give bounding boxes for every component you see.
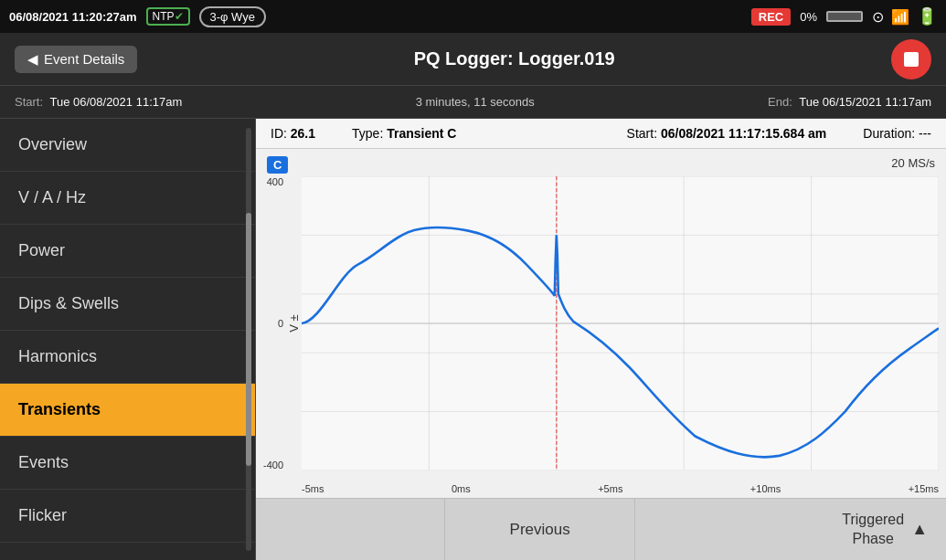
- content-area: ID: 26.1 Type: Transient C Start: 06/08/…: [256, 119, 946, 560]
- empty-left-btn[interactable]: [256, 499, 445, 560]
- channel-label: C: [267, 156, 288, 174]
- sidebar-item-power[interactable]: Power: [0, 225, 255, 278]
- stop-button[interactable]: [891, 39, 931, 79]
- triggered-label: Triggered: [842, 511, 904, 530]
- event-duration-value: ---: [919, 126, 931, 141]
- back-icon: ◀: [27, 51, 38, 68]
- event-id: ID: 26.1: [271, 126, 315, 141]
- status-ntp: NTP✔: [146, 7, 190, 26]
- triggered-arrow-icon: ▲: [911, 519, 928, 540]
- y-value-400: 400: [263, 176, 283, 187]
- battery-icon: 🔋: [917, 6, 937, 26]
- triggered-phase-button[interactable]: Triggered Phase ▲: [824, 499, 946, 560]
- status-phase[interactable]: 3-φ Wye: [199, 6, 267, 27]
- status-rec: REC: [751, 8, 791, 26]
- phase-label: Phase: [842, 530, 904, 549]
- y-axis-label: V ±: [287, 314, 301, 332]
- x-label-10ms: +10ms: [750, 483, 781, 494]
- start-date: Tue 06/08/2021 11:17am: [49, 95, 182, 109]
- header: ◀ Event Details PQ Logger: Logger.019: [0, 33, 946, 86]
- x-label-5ms: +5ms: [598, 483, 622, 494]
- event-duration-label: Duration:: [863, 126, 919, 141]
- event-id-value: 26.1: [291, 126, 315, 141]
- x-label-neg5ms: -5ms: [302, 483, 324, 494]
- event-type-label: Type:: [352, 126, 387, 141]
- waveform-chart: [302, 176, 939, 470]
- x-label-15ms: +15ms: [909, 483, 939, 494]
- signal-icon: 📶: [891, 8, 909, 26]
- date-end: End: Tue 06/15/2021 11:17am: [768, 95, 931, 109]
- event-info-bar: ID: 26.1 Type: Transient C Start: 06/08/…: [256, 119, 946, 149]
- wifi-icon: ⊙: [872, 8, 884, 26]
- sidebar-item-flicker[interactable]: Flicker: [0, 490, 255, 543]
- back-button[interactable]: ◀ Event Details: [15, 46, 137, 73]
- event-start-value: 06/08/2021 11:17:15.684 am: [661, 126, 826, 141]
- chart-area: C 20 MS/s 400 0 -400 V ±: [256, 149, 946, 498]
- event-type: Type: Transient C: [352, 126, 456, 141]
- scrollbar-thumb[interactable]: [246, 213, 251, 467]
- event-start: Start: 06/08/2021 11:17:15.684 am: [627, 126, 827, 141]
- sidebar-item-vhz[interactable]: V / A / Hz: [0, 172, 255, 225]
- sidebar-item-events[interactable]: Events: [0, 437, 255, 490]
- back-label: Event Details: [44, 51, 124, 67]
- previous-label: Previous: [510, 521, 570, 539]
- x-label-0ms: 0ms: [452, 483, 471, 494]
- page-title: PQ Logger: Logger.019: [137, 48, 891, 69]
- date-range-bar: Start: Tue 06/08/2021 11:17am 3 minutes,…: [0, 86, 946, 119]
- event-start-label: Start:: [627, 126, 661, 141]
- sidebar: Overview V / A / Hz Power Dips & Swells …: [0, 119, 256, 560]
- event-id-label: ID:: [271, 126, 291, 141]
- event-duration: Duration: ---: [863, 126, 931, 141]
- bottom-bar: Previous Triggered Phase ▲: [256, 498, 946, 560]
- empty-right-btn[interactable]: [635, 499, 824, 560]
- sample-rate: 20 MS/s: [891, 156, 935, 170]
- status-icons: ⊙ 📶 🔋: [872, 6, 937, 26]
- main-layout: Overview V / A / Hz Power Dips & Swells …: [0, 119, 946, 560]
- y-axis-values: 400 0 -400: [263, 176, 283, 470]
- end-label: End:: [768, 95, 792, 109]
- event-type-value: Transient C: [387, 126, 456, 141]
- scrollbar-track: [246, 128, 251, 551]
- sidebar-item-overview[interactable]: Overview: [0, 119, 255, 172]
- status-datetime: 06/08/2021 11:20:27am: [9, 10, 137, 24]
- status-battery-pct: 0%: [800, 10, 817, 24]
- duration: 3 minutes, 11 seconds: [182, 95, 768, 109]
- status-bar: 06/08/2021 11:20:27am NTP✔ 3-φ Wye REC 0…: [0, 0, 946, 33]
- y-value-neg400: -400: [263, 460, 283, 470]
- triggered-phase-label: Triggered Phase: [842, 511, 904, 549]
- sidebar-item-dips-swells[interactable]: Dips & Swells: [0, 278, 255, 331]
- previous-button[interactable]: Previous: [445, 499, 634, 560]
- y-value-0: 0: [263, 318, 283, 329]
- end-date: Tue 06/15/2021 11:17am: [799, 95, 931, 109]
- status-battery-bar: [826, 11, 863, 22]
- stop-icon: [904, 52, 919, 67]
- start-label: Start:: [15, 95, 43, 109]
- x-axis-labels: -5ms 0ms +5ms +10ms +15ms: [302, 483, 939, 494]
- sidebar-item-harmonics[interactable]: Harmonics: [0, 331, 255, 384]
- sidebar-item-transients[interactable]: Transients: [0, 384, 255, 437]
- date-start: Start: Tue 06/08/2021 11:17am: [15, 95, 182, 109]
